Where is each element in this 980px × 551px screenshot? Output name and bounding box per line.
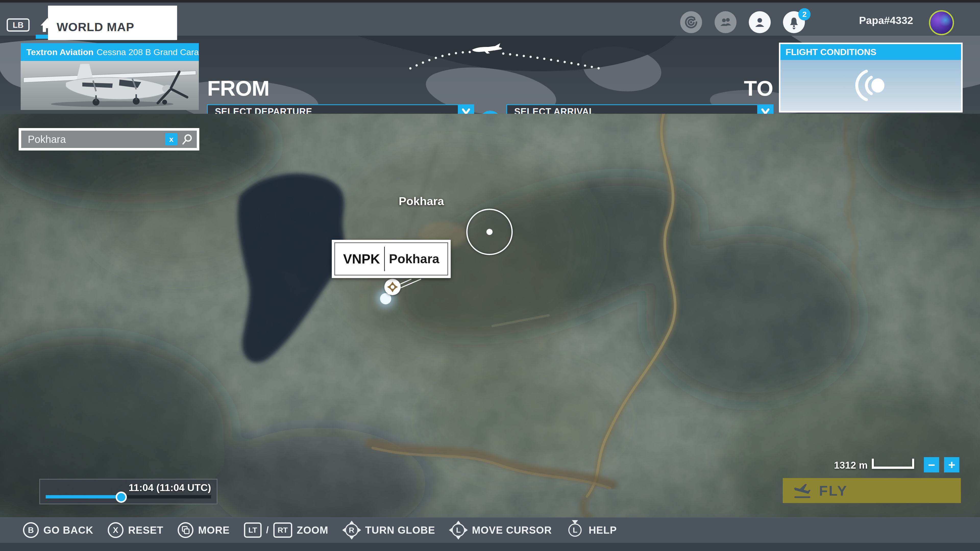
world-map-screen: FROM TO SELECT DEPARTURE SELECT ARRIVAL … — [0, 0, 980, 551]
more-windows-icon — [178, 522, 193, 538]
flight-takeoff-icon — [792, 481, 812, 500]
map-cursor-dot — [487, 229, 493, 235]
zoom-out-button[interactable]: − — [924, 457, 939, 472]
profile-icon[interactable] — [749, 11, 771, 33]
time-slider-fill — [46, 495, 122, 499]
satellite-map[interactable]: x Pokhara VNPK Pokhara — [0, 114, 980, 517]
chevron-down-icon[interactable] — [757, 104, 773, 114]
airport-tooltip[interactable]: VNPK Pokhara — [332, 240, 451, 278]
username: Papa#4332 — [859, 3, 913, 38]
flight-conditions-preview — [780, 60, 961, 111]
left-stick-press-icon: L — [566, 521, 584, 539]
aircraft-manufacturer: Textron Aviation — [26, 47, 94, 57]
city-label: Pokhara — [399, 195, 444, 208]
select-arrival-dropdown[interactable]: SELECT ARRIVAL — [506, 104, 773, 114]
compass-icon — [387, 281, 398, 292]
airport-name: Pokhara — [389, 251, 439, 266]
gamepad-rt-icon: RT — [273, 522, 292, 538]
airport-marker[interactable] — [384, 279, 401, 295]
flight-conditions-title: FLIGHT CONDITIONS — [786, 47, 877, 57]
bottom-bar: B GO BACK X RESET MORE LT / RT — [0, 517, 980, 551]
airport-icao: VNPK — [343, 251, 380, 267]
zoom-buttons[interactable]: LT / RT ZOOM — [244, 522, 328, 538]
tooltip-divider — [384, 247, 385, 271]
select-departure-label: SELECT DEPARTURE — [208, 106, 312, 114]
gamepad-lb-key: LB — [6, 18, 30, 32]
world-map-tab[interactable]: WORLD MAP — [48, 6, 177, 40]
notification-count-badge: 2 — [798, 8, 811, 21]
select-departure-dropdown[interactable]: SELECT DEPARTURE — [207, 104, 474, 114]
time-slider[interactable] — [46, 495, 211, 499]
chevron-down-icon[interactable] — [458, 104, 474, 114]
aircraft-card-header: Textron Aviation Cessna 208 B Grand Cara — [21, 43, 199, 61]
friends-icon[interactable] — [714, 11, 737, 33]
select-arrival-label: SELECT ARRIVAL — [507, 106, 595, 114]
map-cursor[interactable] — [466, 209, 513, 255]
map-vignette — [0, 114, 980, 517]
time-slider-knob[interactable] — [116, 492, 127, 503]
map-scale-label: 1312 m — [824, 460, 868, 471]
flight-conditions-header: FLIGHT CONDITIONS — [780, 44, 961, 60]
to-label: TO — [744, 76, 773, 101]
help-button[interactable]: L HELP — [566, 521, 617, 539]
aircraft-photo — [21, 61, 199, 110]
fly-button-label: FLY — [819, 483, 848, 499]
reset-button[interactable]: X RESET — [108, 522, 163, 538]
activity-radar-icon[interactable] — [680, 11, 702, 33]
search-icon[interactable] — [181, 133, 193, 145]
time-panel: 11:04 (11:04 UTC) — [39, 479, 218, 504]
search-panel: x — [19, 128, 199, 151]
aircraft-model: Cessna 208 B Grand Cara — [97, 47, 199, 57]
gamepad-x-icon: X — [108, 522, 124, 538]
turn-globe-button[interactable]: R TURN GLOBE — [343, 521, 435, 539]
time-label: 11:04 (11:04 UTC) — [129, 482, 211, 493]
departure-position-dot — [380, 293, 391, 304]
gamepad-lt-icon: LT — [244, 522, 261, 538]
world-map-tab-label: WORLD MAP — [57, 20, 134, 34]
zoom-in-button[interactable]: + — [944, 457, 959, 472]
move-cursor-button[interactable]: L MOVE CURSOR — [449, 521, 552, 539]
right-stick-icon: R — [343, 521, 361, 539]
more-button[interactable]: MORE — [178, 522, 230, 538]
clear-search-x-key[interactable]: x — [165, 133, 177, 145]
live-weather-icon — [852, 66, 890, 105]
search-field[interactable]: x — [21, 130, 197, 148]
aircraft-card[interactable]: Textron Aviation Cessna 208 B Grand Cara — [21, 43, 199, 110]
flight-conditions-card[interactable]: FLIGHT CONDITIONS — [779, 43, 963, 113]
map-scale-bar — [872, 459, 914, 469]
gamepad-b-icon: B — [23, 522, 39, 538]
search-input[interactable] — [21, 130, 165, 148]
left-stick-icon: L — [449, 521, 467, 539]
avatar[interactable] — [929, 10, 954, 35]
from-label: FROM — [207, 76, 269, 101]
fly-button[interactable]: FLY — [783, 478, 961, 503]
go-back-button[interactable]: B GO BACK — [23, 522, 94, 538]
top-bar: LB WORLD MAP — [0, 0, 980, 36]
